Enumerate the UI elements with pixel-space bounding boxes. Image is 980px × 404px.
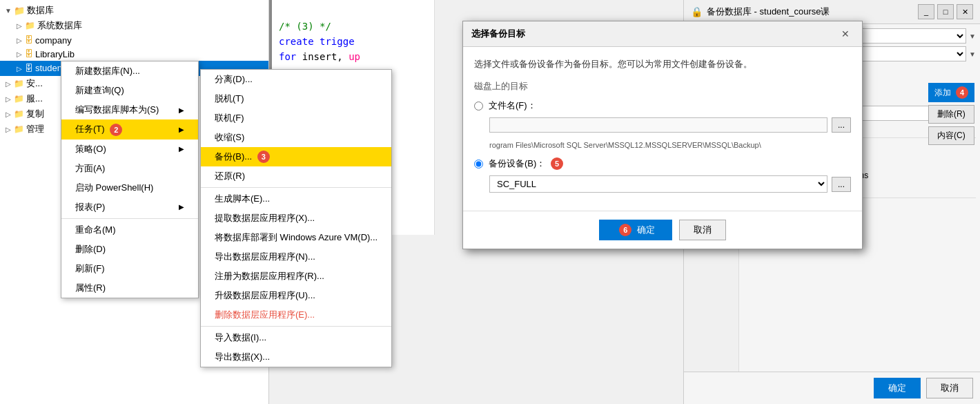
backup-device-radio[interactable] [474, 160, 483, 169]
expand-icon-gl: ▷ [3, 124, 14, 135]
device-select-row: SC_FULL ... [489, 175, 851, 193]
inner-dialog-close-button[interactable]: ✕ [837, 27, 854, 41]
add-button[interactable]: 添加 4 [928, 83, 974, 102]
code-keyword-for: for [279, 51, 296, 62]
dialog-ok-button[interactable]: 6 确定 [599, 220, 672, 240]
arrow-icon-script: ▶ [179, 106, 184, 114]
ctx-new-query[interactable]: 新建查询(Q) [61, 81, 198, 100]
ctx-powershell[interactable]: 启动 PowerShell(H) [61, 178, 198, 198]
folder-icon-fu: 📁 [14, 94, 24, 104]
sub-sep1 [201, 187, 391, 188]
tree-label-company: company [35, 35, 72, 46]
ctx-rename[interactable]: 重命名(M) [61, 220, 198, 240]
file-name-radio[interactable] [474, 102, 483, 110]
ctx-tasks[interactable]: 任务(T) 2 ▶ [61, 119, 198, 140]
arrow-icon-policy: ▶ [179, 145, 184, 153]
ok-label: 确定 [637, 224, 655, 235]
sub-offline[interactable]: 脱机(T) [201, 89, 391, 108]
tree-label-librarylib: LibraryLib [35, 49, 75, 59]
folder-icon: 📁 [14, 6, 25, 16]
remove-button[interactable]: 删除(R) [928, 105, 974, 124]
tree-label-an: 安... [26, 77, 43, 90]
sub-upgrade-dac[interactable]: 升级数据层应用程序(U)... [201, 286, 391, 305]
expand-icon-an: ▷ [3, 78, 14, 89]
ctx-delete[interactable]: 删除(D) [61, 240, 198, 259]
inner-dialog-body: 选择文件或备份设备作为备份目标。您可以为常用文件创建备份设备。 磁盘上的目标 文… [463, 47, 862, 204]
db-icon-company: 🗄 [25, 35, 33, 45]
backup-cancel-button[interactable]: 取消 [926, 378, 973, 398]
dropdown-arrow-1: ▼ [969, 32, 976, 40]
sub-import-data[interactable]: 导入数据(I)... [201, 328, 391, 347]
expand-icon-fu: ▷ [3, 93, 14, 104]
badge-3: 3 [257, 151, 270, 163]
inner-modal-overlay: 选择备份目标 ✕ 选择文件或备份设备作为备份目标。您可以为常用文件创建备份设备。… [435, 0, 890, 404]
db-icon-sc: 🗄 [25, 64, 33, 73]
sub-restore[interactable]: 还原(R) [201, 166, 391, 186]
code-text-up: up [349, 51, 360, 62]
ctx-write-script[interactable]: 编写数据库脚本为(S) ▶ [61, 100, 198, 119]
file-path-input[interactable] [489, 117, 827, 133]
badge-4: 4 [956, 86, 968, 99]
folder-icon-gl: 📁 [14, 124, 24, 134]
ctx-report[interactable]: 报表(P) ▶ [61, 198, 198, 217]
folder-icon-an: 📁 [14, 79, 24, 88]
ctx-aspect[interactable]: 方面(A) [61, 159, 198, 178]
browse-button[interactable]: ... [832, 117, 851, 133]
sub-detach[interactable]: 分离(D)... [201, 70, 391, 89]
backup-win-close[interactable]: ✕ [957, 4, 973, 19]
tree-item-librarylib[interactable]: ▷ 🗄 LibraryLib [0, 47, 268, 61]
badge-6: 6 [619, 224, 631, 236]
dropdown-arrow-2: ▼ [969, 50, 976, 58]
dialog-description: 选择文件或备份设备作为备份目标。您可以为常用文件创建备份设备。 [474, 58, 851, 70]
content-button[interactable]: 内容(C) [928, 126, 974, 145]
ctx-new-db[interactable]: 新建数据库(N)... [61, 61, 198, 81]
tree-item-sysdb[interactable]: ▷ 📁 系统数据库 [0, 18, 268, 33]
sub-online[interactable]: 联机(F) [201, 108, 391, 128]
backup-device-label: 备份设备(B)： 5 [489, 157, 563, 170]
tree-item-databases[interactable]: ▼ 📁 数据库 [0, 3, 268, 18]
select-backup-target-dialog: 选择备份目标 ✕ 选择文件或备份设备作为备份目标。您可以为常用文件创建备份设备。… [462, 21, 863, 249]
backup-win-minimize[interactable]: _ [918, 4, 934, 19]
sub-delete-dac[interactable]: 删除数据层应用程序(E)... [201, 305, 391, 325]
sub-export-data[interactable]: 导出数据(X)... [201, 347, 391, 367]
ctx-policy[interactable]: 策略(O) ▶ [61, 140, 198, 159]
sub-register-dac[interactable]: 注册为数据层应用程序(R)... [201, 267, 391, 286]
db-icon-lib: 🗄 [25, 49, 33, 59]
inner-dialog-title-text: 选择备份目标 [471, 28, 525, 40]
expand-icon-fz: ▷ [3, 108, 14, 119]
dialog-cancel-button[interactable]: 取消 [679, 220, 726, 240]
tree-label-guanli: 管理 [26, 123, 44, 135]
main-container: ▼ 📁 数据库 ▷ 📁 系统数据库 ▷ 🗄 company ▷ 🗄 Librar… [0, 0, 980, 404]
sub-backup[interactable]: 备份(B)... 3 [201, 147, 391, 166]
folder-icon-sys: 📁 [25, 21, 35, 30]
expand-icon-sc: ▷ [14, 63, 25, 74]
sub-export-dac[interactable]: 导出数据层应用程序(N)... [201, 247, 391, 267]
tree-item-company[interactable]: ▷ 🗄 company [0, 33, 268, 47]
sub-generate-script[interactable]: 生成脚本(E)... [201, 189, 391, 209]
inner-dialog-titlebar: 选择备份目标 ✕ [463, 21, 862, 47]
expand-icon-sys: ▷ [14, 20, 25, 31]
backup-win-maximize[interactable]: □ [937, 4, 954, 19]
expand-icon-company: ▷ [14, 35, 25, 46]
badge-5: 5 [551, 157, 563, 170]
sub-sep2 [201, 326, 391, 327]
ctx-properties[interactable]: 属性(R) [61, 278, 198, 298]
sub-shrink[interactable]: 收缩(S) [201, 128, 391, 147]
expand-icon: ▼ [3, 5, 14, 16]
sub-extract-dac[interactable]: 提取数据层应用程序(X)... [201, 209, 391, 228]
tree-label-sysdb: 系统数据库 [37, 19, 82, 32]
file-name-label: 文件名(F)： [489, 99, 536, 112]
ctx-separator-1 [61, 218, 198, 219]
ctx-refresh[interactable]: 刷新(F) [61, 259, 198, 278]
file-path-row: ... [489, 117, 851, 133]
code-text-insert: insert, [302, 51, 349, 62]
device-browse-button[interactable]: ... [832, 177, 851, 192]
context-menu: 新建数据库(N)... 新建查询(Q) 编写数据库脚本为(S) ▶ 任务(T) … [61, 61, 199, 298]
code-keyword-create: create trigge [279, 36, 355, 47]
arrow-icon-report: ▶ [179, 203, 184, 211]
tree-label-fuzhi: 复制 [26, 108, 44, 120]
sub-deploy-azure[interactable]: 将数据库部署到 Windows Azure VM(D)... [201, 228, 391, 247]
expand-icon-lib: ▷ [14, 48, 25, 59]
file-path-display: rogram Files\Microsoft SQL Server\MSSQL1… [489, 141, 851, 149]
device-select[interactable]: SC_FULL [489, 175, 827, 193]
